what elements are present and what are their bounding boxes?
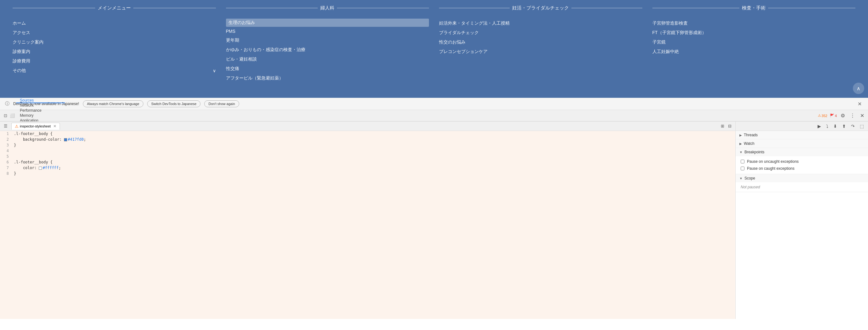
code-line: 1.l-footer__body { — [0, 131, 735, 137]
nav-item[interactable]: 子宮鏡 — [652, 37, 856, 47]
nav-item[interactable]: FT（子宮鏡下卵管形成術） — [652, 28, 856, 37]
nav-item[interactable]: ピル・避妊相談 — [226, 55, 429, 64]
debug-section-watch: ▶Watch — [736, 139, 868, 148]
info-icon: ⓘ — [5, 101, 9, 107]
nav-item[interactable]: 性交痛 — [226, 64, 429, 74]
step-into-button[interactable]: ⤵ — [825, 123, 830, 129]
sidebar-toggle-button[interactable]: ☰ — [2, 123, 9, 129]
section-arrow-icon: ▼ — [739, 150, 743, 154]
breakpoint-checkbox[interactable] — [741, 167, 744, 170]
nav-arrow-icon: ∨ — [213, 68, 216, 73]
debug-section-content-breakpoints: Pause on uncaught exceptionsPause on cau… — [736, 156, 868, 174]
color-swatch[interactable] — [39, 167, 42, 170]
nav-item[interactable]: アフターピル（緊急避妊薬） — [226, 74, 429, 83]
tab-sources[interactable]: Sources — [16, 98, 65, 103]
section-arrow-icon: ▶ — [739, 134, 742, 137]
line-number: 8 — [0, 171, 12, 176]
dont-show-again-button[interactable]: Don't show again — [204, 100, 239, 107]
line-number: 2 — [0, 137, 12, 142]
nav-column-pregnancy: 妊活・ブライダルチェック妊活外来・タイミング法・人工授精ブライダルチェック性交の… — [434, 5, 647, 90]
line-content: .l-footer__body { — [12, 159, 53, 165]
nav-item[interactable]: 更年期 — [226, 36, 429, 45]
debug-section-header-watch[interactable]: ▶Watch — [736, 139, 868, 148]
devtools-tabs-right: ⚠ 352 🚩 4 ⚙ ⋮ ✕ — [818, 112, 866, 119]
line-content: color: #ffffff; — [12, 165, 61, 171]
file-tab-close[interactable]: ✕ — [53, 124, 56, 129]
source-toolbar-icons: ☰ — [2, 123, 9, 129]
nav-item[interactable]: アクセス — [12, 28, 216, 37]
line-number: 7 — [0, 165, 12, 171]
line-content: } — [12, 142, 16, 148]
nav-item[interactable]: 診療案内 — [12, 47, 216, 56]
code-editor[interactable]: 1.l-footer__body {2 background-color: #4… — [0, 131, 735, 319]
nav-item[interactable]: 生理のお悩み — [226, 19, 429, 27]
step-over-button[interactable]: ▶ — [816, 123, 823, 129]
color-link[interactable]: #ffffff — [42, 166, 59, 170]
more-options-button[interactable]: ⋮ — [849, 112, 856, 119]
nav-item[interactable]: その他∨ — [12, 66, 216, 75]
step-button[interactable]: ⬆ — [841, 123, 847, 129]
debug-section-threads: ▶Threads — [736, 131, 868, 139]
close-devtools-button[interactable]: ✕ — [859, 112, 866, 119]
nav-item[interactable]: 妊活外来・タイミング法・人工授精 — [439, 19, 642, 28]
step-out-button[interactable]: ⬇ — [832, 123, 839, 129]
line-content — [12, 148, 14, 154]
nav-column-title-0: メインメニュー — [12, 5, 216, 13]
always-match-button[interactable]: Always match Chrome's language — [83, 100, 144, 107]
devtools-dock-button[interactable]: ⊡ — [2, 113, 8, 119]
file-warning-dot: ⚠ — [15, 124, 19, 129]
nav-column-main: メインメニューホームアクセスクリニック案内診療案内診療費用その他∨ — [7, 5, 221, 90]
code-line: 2 background-color: #417fd0; — [0, 137, 735, 142]
section-label: Scope — [744, 176, 755, 181]
settings-button[interactable]: ⚙ — [839, 112, 846, 119]
debug-section-header-scope[interactable]: ▼Scope — [736, 174, 868, 182]
color-swatch[interactable] — [64, 138, 67, 141]
section-label: Threads — [744, 133, 758, 137]
nav-column-title-3: 検査・手術 — [652, 5, 856, 13]
debug-section-header-threads[interactable]: ▶Threads — [736, 131, 868, 139]
scroll-up-button[interactable]: ∧ — [853, 83, 864, 94]
source-toolbar: ☰ ⚠ inspector-stylesheet ✕ ⊞ ⊟ — [0, 121, 735, 131]
line-number: 1 — [0, 131, 12, 137]
notification-close-button[interactable]: ✕ — [856, 101, 863, 107]
nav-item[interactable]: 子宮卵管造影検査 — [652, 19, 856, 28]
nav-item[interactable]: クリニック案内 — [12, 37, 216, 47]
nav-item[interactable]: かゆみ・おりもの・感染症の検査・治療 — [226, 45, 429, 55]
column-layout-button[interactable]: ⊟ — [727, 123, 733, 129]
nav-item[interactable]: PMS — [226, 27, 429, 36]
nav-item[interactable]: ホーム — [12, 19, 216, 28]
code-line: 7 color: #ffffff; — [0, 165, 735, 171]
debug-section-header-breakpoints[interactable]: ▼Breakpoints — [736, 148, 868, 156]
code-line: 8} — [0, 171, 735, 176]
nav-item[interactable]: 性交のお悩み — [439, 37, 642, 47]
nav-item[interactable]: ブライダルチェック — [439, 28, 642, 37]
section-label: Breakpoints — [744, 150, 764, 154]
tab-performance[interactable]: Performance — [16, 108, 65, 113]
nav-item[interactable]: 診療費用 — [12, 56, 216, 66]
debugger-content: ▶Threads▶Watch▼BreakpointsPause on uncau… — [736, 131, 868, 319]
nav-item[interactable]: 人工妊娠中絶 — [652, 47, 856, 56]
file-tab[interactable]: ⚠ inspector-stylesheet ✕ — [11, 123, 60, 130]
breakpoint-item: Pause on uncaught exceptions — [741, 158, 863, 165]
source-panel: ☰ ⚠ inspector-stylesheet ✕ ⊞ ⊟ 1.l-foote… — [0, 121, 736, 319]
tab-memory[interactable]: Memory — [16, 113, 65, 118]
devtools-tabs-bar: ⊡ ⬜ ElementsConsoleSourcesNetworkPerform… — [0, 110, 868, 121]
breakpoint-item: Pause on caught exceptions — [741, 165, 863, 172]
color-link[interactable]: #417fd0 — [68, 137, 84, 142]
section-label: Watch — [744, 141, 754, 146]
navigation-area: メインメニューホームアクセスクリニック案内診療案内診療費用その他∨ 婦人科生理の… — [0, 0, 868, 98]
continue-button[interactable]: ↷ — [849, 123, 856, 129]
switch-to-japanese-button[interactable]: Switch DevTools to Japanese — [147, 100, 201, 107]
tab-network[interactable]: Network — [16, 103, 65, 108]
panel-layout-button[interactable]: ⊞ — [719, 123, 725, 129]
code-line: 5 — [0, 154, 735, 159]
nav-item[interactable]: プレコンセプションケア — [439, 47, 642, 56]
deactivate-breakpoints-button[interactable]: ⬚ — [858, 123, 866, 129]
debugger-panel: ▶ ⤵ ⬇ ⬆ ↷ ⬚ ▶Threads▶Watch▼BreakpointsPa… — [736, 121, 868, 319]
line-number: 6 — [0, 159, 12, 165]
section-arrow-icon: ▶ — [739, 142, 742, 145]
devtools-inspect-button[interactable]: ⬜ — [8, 113, 16, 119]
line-number: 5 — [0, 154, 12, 159]
breakpoint-checkbox[interactable] — [741, 160, 744, 163]
source-toolbar-right: ⊞ ⊟ — [719, 123, 733, 129]
